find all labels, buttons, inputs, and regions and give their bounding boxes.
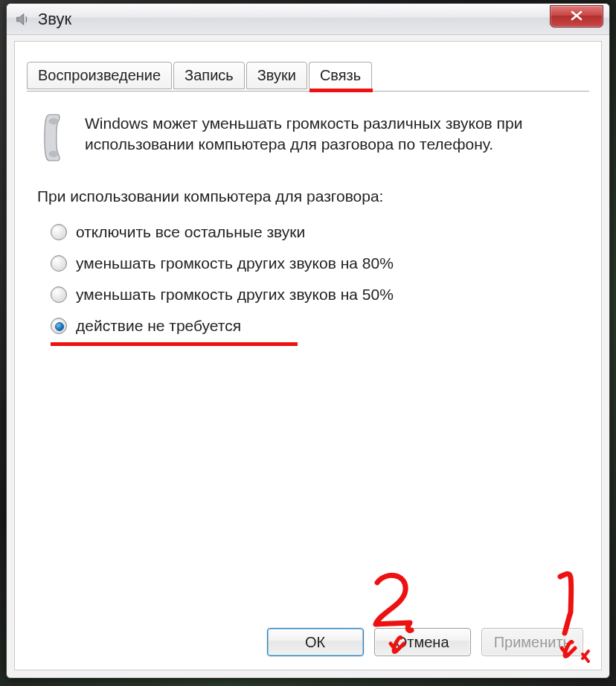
tab-label: Запись: [185, 67, 234, 83]
tab-label: Звуки: [257, 67, 296, 83]
close-icon: [571, 9, 583, 25]
radio-label: уменьшать громкость других звуков на 80%: [76, 254, 394, 272]
radio-option-mute[interactable]: отключить все остальные звуки: [51, 223, 579, 241]
radio-button[interactable]: [51, 286, 67, 303]
radio-option-no-action[interactable]: действие не требуется: [51, 317, 579, 335]
description-text: Windows может уменьшать громкость различ…: [85, 113, 579, 162]
tab-label: Воспроизведение: [38, 67, 161, 83]
cancel-button[interactable]: Отмена: [374, 628, 471, 656]
speaker-icon: [14, 11, 31, 28]
radio-label: отключить все остальные звуки: [76, 223, 305, 241]
ok-button[interactable]: ОК: [267, 628, 364, 656]
tab-body: Windows может уменьшать громкость различ…: [37, 106, 579, 618]
tab-communications[interactable]: Связь: [309, 62, 372, 89]
tabstrip: Воспроизведение Запись Звуки Связь: [27, 61, 373, 89]
phone-handset-icon: [37, 113, 70, 162]
radio-button[interactable]: [51, 318, 67, 334]
annotation-tab-underline: [309, 89, 373, 92]
titlebar[interactable]: Звук: [7, 4, 609, 35]
button-label: Применить: [494, 634, 571, 651]
annotation-option-underline: [51, 342, 298, 346]
radio-label: действие не требуется: [76, 317, 241, 335]
window-title: Звук: [38, 10, 71, 29]
radio-option-reduce-50[interactable]: уменьшать громкость других звуков на 50%: [51, 286, 579, 304]
close-button[interactable]: [550, 5, 603, 28]
subheading: При использовании компьютера для разгово…: [37, 187, 579, 205]
tab-playback[interactable]: Воспроизведение: [27, 62, 172, 89]
radio-button[interactable]: [51, 255, 67, 272]
button-label: Отмена: [396, 634, 449, 651]
svg-point-1: [48, 151, 58, 158]
button-row: ОК Отмена Применить: [267, 628, 583, 656]
sound-dialog-window: Звук Воспроизведение Запись Звуки Связь: [6, 3, 610, 679]
tab-label: Связь: [320, 67, 361, 83]
tab-sounds[interactable]: Звуки: [246, 62, 307, 89]
tab-record[interactable]: Запись: [173, 62, 245, 89]
radio-label: уменьшать громкость других звуков на 50%: [76, 286, 394, 304]
description-row: Windows может уменьшать громкость различ…: [37, 113, 579, 162]
radio-option-reduce-80[interactable]: уменьшать громкость других звуков на 80%: [51, 254, 579, 272]
radio-group: отключить все остальные звуки уменьшать …: [51, 223, 579, 335]
svg-point-0: [48, 118, 58, 125]
client-area: Воспроизведение Запись Звуки Связь Windo…: [14, 41, 602, 670]
apply-button[interactable]: Применить: [481, 628, 583, 656]
radio-button[interactable]: [51, 224, 67, 240]
button-label: ОК: [305, 634, 325, 651]
tab-divider: [27, 91, 589, 92]
